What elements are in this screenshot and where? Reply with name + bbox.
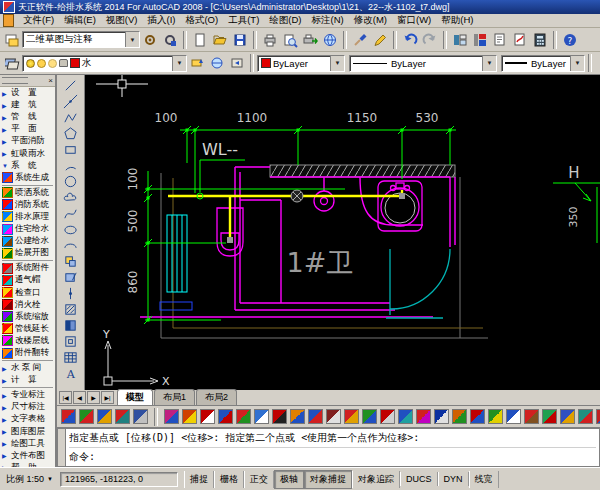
tz-tool-icon-28[interactable] bbox=[560, 409, 575, 424]
color-combo[interactable]: ByLayer ▼ bbox=[257, 55, 345, 72]
coordinate-readout[interactable]: 121965, -181223, 0 bbox=[60, 472, 178, 487]
sidebar-item-系统生成[interactable]: 系统生成 bbox=[0, 172, 55, 184]
scale-dropdown[interactable]: 比例 1:50 ▼ bbox=[3, 471, 56, 488]
sidebar-item-消防系统[interactable]: 消防系统 bbox=[0, 199, 55, 211]
sidebar-item-图库图层[interactable]: ▶图库图层 bbox=[0, 426, 55, 438]
tz-tool-icon-27[interactable] bbox=[542, 409, 557, 424]
sidebar-item-文字表格[interactable]: ▶文字表格 bbox=[0, 413, 55, 425]
menu-item-6[interactable]: 绘图(D) bbox=[264, 14, 306, 27]
tz-tool-icon-24[interactable] bbox=[488, 409, 503, 424]
publish-icon[interactable] bbox=[300, 30, 320, 50]
tz-tool-icon-6[interactable] bbox=[164, 409, 179, 424]
sidebar-item-绘图工具[interactable]: ▶绘图工具 bbox=[0, 438, 55, 450]
sidebar-item-虹吸雨水[interactable]: ▶虹吸雨水 bbox=[0, 147, 55, 159]
tab-scroll-arrow-3[interactable]: ▶| bbox=[101, 391, 114, 404]
layer-previous-icon[interactable] bbox=[227, 53, 247, 73]
tz-tool-icon-11[interactable] bbox=[254, 409, 269, 424]
insert-block-icon[interactable] bbox=[61, 253, 80, 269]
menu-item-0[interactable]: 文件(F) bbox=[18, 14, 59, 27]
app-icon[interactable] bbox=[3, 1, 15, 13]
tab-布局2[interactable]: 布局2 bbox=[196, 389, 237, 405]
tz-tool-icon-21[interactable] bbox=[434, 409, 449, 424]
lock-icon[interactable] bbox=[59, 59, 68, 67]
sidebar-item-建 筑[interactable]: ▶建 筑 bbox=[0, 99, 55, 111]
table-icon[interactable] bbox=[61, 349, 80, 365]
menu-item-2[interactable]: 视图(V) bbox=[101, 14, 143, 27]
toggle-DUCS[interactable]: DUCS bbox=[400, 472, 438, 486]
undo-icon[interactable] bbox=[400, 30, 420, 50]
sidebar-item-平面消防[interactable]: ▶平面消防 bbox=[0, 135, 55, 147]
arc-icon[interactable] bbox=[61, 157, 80, 173]
save-icon[interactable] bbox=[230, 30, 250, 50]
ellipse-icon[interactable] bbox=[61, 221, 80, 237]
open-icon[interactable] bbox=[210, 30, 230, 50]
sidebar-item-平 面[interactable]: ▶平 面 bbox=[0, 123, 55, 135]
chevron-down-icon[interactable]: ▼ bbox=[330, 56, 344, 71]
drawing-file-icon[interactable] bbox=[3, 14, 14, 27]
line-icon[interactable] bbox=[61, 77, 80, 93]
chevron-down-icon[interactable]: ▼ bbox=[482, 56, 496, 71]
tz-tool-icon-3[interactable] bbox=[97, 409, 112, 424]
command-prompt[interactable]: 命令: bbox=[69, 450, 596, 464]
sidebar-item-水 泵 间[interactable]: ▶水 泵 间 bbox=[0, 362, 55, 374]
layer-properties-manager-icon[interactable] bbox=[2, 53, 22, 73]
sidebar-item-通气帽[interactable]: 通气帽 bbox=[0, 274, 55, 286]
toggle-对象捕捉[interactable]: 对象捕捉 bbox=[304, 470, 352, 489]
quickcalc-icon[interactable] bbox=[530, 30, 550, 50]
tz-tool-icon-18[interactable] bbox=[380, 409, 395, 424]
tz-tool-icon-23[interactable] bbox=[470, 409, 485, 424]
tz-tool-icon-30[interactable] bbox=[596, 409, 600, 424]
menu-item-4[interactable]: 格式(O) bbox=[180, 14, 223, 27]
toggle-DYN[interactable]: DYN bbox=[438, 472, 469, 486]
workspace-combo[interactable]: 二维草图与注释 ▼ bbox=[22, 31, 140, 48]
tz-tool-icon-29[interactable] bbox=[578, 409, 593, 424]
sidebar-item-系统附件[interactable]: 系统附件 bbox=[0, 262, 55, 274]
etransmit-globe-icon[interactable] bbox=[320, 30, 340, 50]
tz-tool-icon-12[interactable] bbox=[272, 409, 287, 424]
match-properties-brush-icon[interactable] bbox=[350, 30, 370, 50]
menu-item-8[interactable]: 修改(M) bbox=[349, 14, 392, 27]
menu-item-7[interactable]: 标注(N) bbox=[307, 14, 349, 27]
menu-item-1[interactable]: 编辑(E) bbox=[59, 14, 101, 27]
redo-icon[interactable] bbox=[420, 30, 440, 50]
new-icon[interactable] bbox=[190, 30, 210, 50]
tz-tool-icon-1[interactable] bbox=[61, 409, 76, 424]
sidebar-item-系统缩放[interactable]: 系统缩放 bbox=[0, 311, 55, 323]
tab-scroll-arrow-1[interactable]: ◀ bbox=[73, 391, 86, 404]
tab-布局1[interactable]: 布局1 bbox=[154, 389, 195, 405]
chevron-down-icon[interactable]: ▼ bbox=[570, 56, 584, 71]
rectangle-icon[interactable] bbox=[61, 141, 80, 157]
sidebar-item-计 算[interactable]: ▶计 算 bbox=[0, 374, 55, 386]
polygon-icon[interactable] bbox=[61, 125, 80, 141]
sun-freeze-icon[interactable] bbox=[37, 59, 46, 68]
markup-set-manager-icon[interactable] bbox=[510, 30, 530, 50]
menu-item-5[interactable]: 工具(T) bbox=[223, 14, 264, 27]
spline-icon[interactable] bbox=[61, 205, 80, 221]
sidebar-item-检查口[interactable]: 检查口 bbox=[0, 287, 55, 299]
sidebar-item-改楼层线[interactable]: 改楼层线 bbox=[0, 335, 55, 347]
tz-tool-icon-13[interactable] bbox=[290, 409, 305, 424]
toggle-对象追踪[interactable]: 对象追踪 bbox=[352, 471, 400, 488]
menu-item-9[interactable]: 窗口(W) bbox=[392, 14, 436, 27]
point-icon[interactable] bbox=[61, 285, 80, 301]
bulb-on-icon[interactable] bbox=[26, 59, 35, 68]
sidebar-item-排水原理[interactable]: 排水原理 bbox=[0, 211, 55, 223]
create-block-icon[interactable] bbox=[61, 269, 80, 285]
block-editor-pencil-icon[interactable] bbox=[370, 30, 390, 50]
sidebar-item-附件翻转[interactable]: 附件翻转 bbox=[0, 347, 55, 359]
hatch-icon[interactable] bbox=[61, 301, 80, 317]
multiline-text-icon[interactable]: A bbox=[61, 365, 80, 381]
sidebar-item-系 统[interactable]: ▼系 统 bbox=[0, 160, 55, 172]
tz-tool-icon-22[interactable] bbox=[452, 409, 467, 424]
sheet-set-manager-icon[interactable] bbox=[490, 30, 510, 50]
designcenter-icon[interactable] bbox=[450, 30, 470, 50]
chevron-down-icon[interactable]: ▼ bbox=[125, 32, 139, 47]
workspace-settings-gear-icon[interactable] bbox=[140, 30, 160, 50]
tool-palettes-icon[interactable] bbox=[470, 30, 490, 50]
polyline-icon[interactable] bbox=[61, 109, 80, 125]
help-icon[interactable]: ? bbox=[560, 30, 580, 50]
sidebar-item-喷洒系统[interactable]: 喷洒系统 bbox=[0, 187, 55, 199]
plot-preview-icon[interactable] bbox=[280, 30, 300, 50]
tz-tool-icon-9[interactable] bbox=[218, 409, 233, 424]
layer-manager-icon[interactable] bbox=[207, 53, 227, 73]
